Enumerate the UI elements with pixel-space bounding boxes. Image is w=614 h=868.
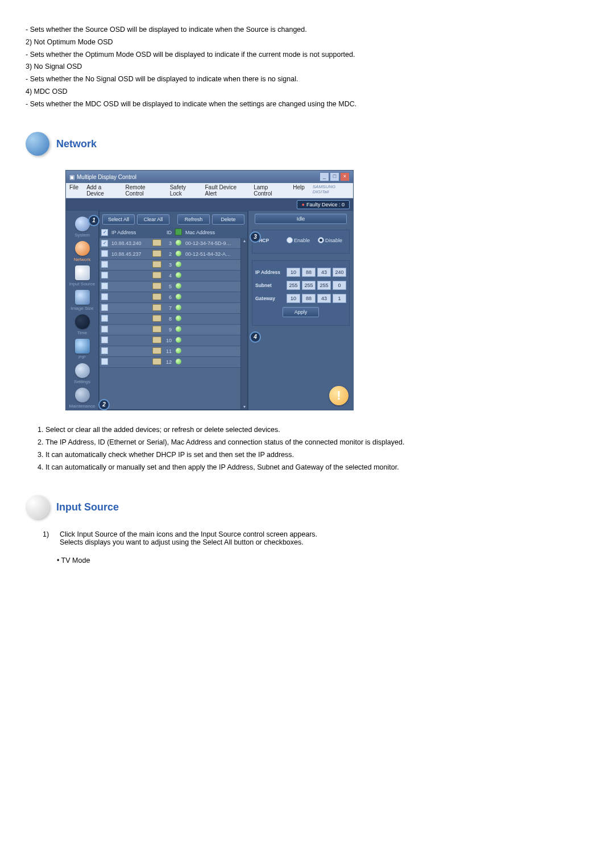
gw-oct-4[interactable]: 1	[333, 294, 346, 303]
table-row[interactable]: 10.88.45.237200-12-51-84-32-A…	[99, 249, 240, 260]
status-icon	[176, 283, 181, 289]
cell-ip: 10.88.43.240	[110, 239, 151, 247]
subnet-oct-2[interactable]: 255	[302, 281, 316, 290]
cell-id: 6	[163, 293, 173, 301]
row-checkbox[interactable]	[101, 326, 108, 333]
select-all-button[interactable]: Select All	[102, 214, 135, 225]
row-checkbox[interactable]	[101, 315, 108, 322]
row-checkbox[interactable]	[101, 293, 108, 300]
status-icon	[176, 272, 181, 278]
subnet-oct-1[interactable]: 255	[287, 281, 300, 290]
cell-mac: 00-12-34-74-5D-9…	[184, 239, 240, 247]
col-id[interactable]: ID	[163, 229, 173, 236]
sidebar-item-inputsource[interactable]: Input Source	[66, 263, 98, 288]
image-size-icon	[75, 290, 90, 305]
menu-lamp-control[interactable]: Lamp Control	[254, 184, 285, 197]
table-row[interactable]: 9	[99, 325, 240, 335]
table-row[interactable]: 11	[99, 346, 240, 357]
table-row[interactable]: 6	[99, 292, 240, 303]
row-checkbox[interactable]	[101, 347, 108, 354]
cell-ip	[110, 350, 151, 352]
row-checkbox[interactable]	[101, 272, 108, 279]
menu-remote-control[interactable]: Remote Control	[126, 184, 162, 197]
table-row[interactable]: 10	[99, 335, 240, 346]
gateway-label: Gateway	[255, 296, 285, 301]
cell-ip	[110, 285, 151, 288]
connection-icon	[152, 293, 161, 300]
row-checkbox[interactable]	[101, 358, 108, 365]
menu-safety-lock[interactable]: Safety Lock	[170, 184, 197, 197]
minimize-button[interactable]: _	[320, 172, 329, 181]
ip-oct-2[interactable]: 88	[302, 268, 316, 277]
table-row[interactable]: 5	[99, 281, 240, 292]
sidebar-item-time[interactable]: Time	[66, 312, 98, 337]
table-row[interactable]: 3	[99, 260, 240, 271]
sidebar-item-maintenance[interactable]: Maintenance	[66, 385, 98, 410]
close-button[interactable]: ×	[340, 172, 350, 181]
delete-button[interactable]: Delete	[212, 214, 244, 225]
sidebar-item-label: PIP	[66, 355, 98, 360]
brand-label: SAMSUNG DIGITall	[313, 184, 350, 197]
dhcp-enable-radio[interactable]: Enable	[287, 237, 310, 243]
maintenance-icon	[75, 388, 90, 402]
connection-icon	[152, 326, 161, 333]
cell-id: 3	[163, 261, 173, 269]
sidebar-item-network[interactable]: Network	[66, 239, 98, 263]
faulty-device-badge: ●Faulty Device : 0	[297, 200, 350, 209]
status-icon	[176, 348, 181, 354]
cell-id: 10	[163, 337, 173, 344]
table-row[interactable]: 7	[99, 303, 240, 314]
table-row[interactable]: 8	[99, 314, 240, 325]
sidebar-item-system[interactable]: 1 System	[66, 214, 98, 239]
gw-oct-1[interactable]: 10	[287, 294, 300, 303]
menu-help[interactable]: Help	[293, 184, 305, 197]
checkbox-all[interactable]: ✓	[101, 229, 108, 236]
settings-icon	[75, 363, 90, 378]
sidebar-item-settings[interactable]: Settings	[66, 361, 98, 385]
apply-button[interactable]: Apply	[283, 307, 319, 317]
cell-mac	[184, 318, 240, 320]
row-checkbox[interactable]	[101, 337, 108, 343]
cell-ip	[110, 339, 151, 342]
refresh-button[interactable]: Refresh	[177, 214, 210, 225]
subnet-oct-3[interactable]: 255	[317, 281, 331, 290]
table-row[interactable]: 12	[99, 357, 240, 368]
col-ip[interactable]: IP Address	[110, 229, 151, 236]
row-checkbox[interactable]	[101, 250, 108, 257]
sidebar-item-pip[interactable]: PIP	[66, 337, 98, 361]
dhcp-disable-radio[interactable]: Disable	[318, 237, 342, 243]
menu-file[interactable]: File	[69, 184, 78, 197]
row-checkbox[interactable]	[101, 283, 108, 289]
gw-oct-3[interactable]: 43	[317, 294, 331, 303]
table-row[interactable]: 4	[99, 271, 240, 281]
row-checkbox[interactable]: ✓	[101, 240, 108, 247]
ip-box: IP Address 10 88 43 240 Subnet 255 255 2…	[252, 260, 350, 326]
legend-4: It can automatically or manually set and…	[45, 462, 588, 473]
mdc-menubar: File Add a Device Remote Control Safety …	[66, 183, 353, 198]
section-network-header: Network	[26, 132, 588, 156]
sidebar-item-label: System	[66, 232, 98, 238]
subnet-oct-4[interactable]: 0	[333, 281, 346, 290]
ip-oct-3[interactable]: 43	[317, 268, 331, 277]
status-icon	[176, 261, 181, 267]
connection-icon	[152, 347, 161, 354]
scrollbar[interactable]: ▴▾	[240, 238, 247, 409]
clear-all-button[interactable]: Clear All	[137, 214, 169, 225]
col-mac[interactable]: Mac Address	[184, 229, 247, 236]
sidebar-item-imagesize[interactable]: Image Size	[66, 288, 98, 312]
menu-add-device[interactable]: Add a Device	[86, 184, 117, 197]
device-grid: ✓10.88.43.240300-12-34-74-5D-9…10.88.45.…	[99, 238, 240, 409]
menu-fault-alert[interactable]: Fault Device Alert	[205, 184, 246, 197]
ip-oct-4[interactable]: 240	[333, 268, 346, 277]
row-checkbox[interactable]	[101, 304, 108, 311]
connection-icon	[152, 283, 161, 289]
sidebar-item-label: Maintenance	[66, 404, 98, 409]
cell-mac	[184, 296, 240, 298]
ip-oct-1[interactable]: 10	[287, 268, 300, 277]
table-row[interactable]: ✓10.88.43.240300-12-34-74-5D-9…	[99, 238, 240, 249]
legend-1: Select or clear all the added devices; o…	[45, 425, 588, 435]
idle-button[interactable]: Idle	[255, 214, 347, 224]
row-checkbox[interactable]	[101, 261, 108, 268]
maximize-button[interactable]: □	[330, 172, 339, 181]
gw-oct-2[interactable]: 88	[302, 294, 316, 303]
